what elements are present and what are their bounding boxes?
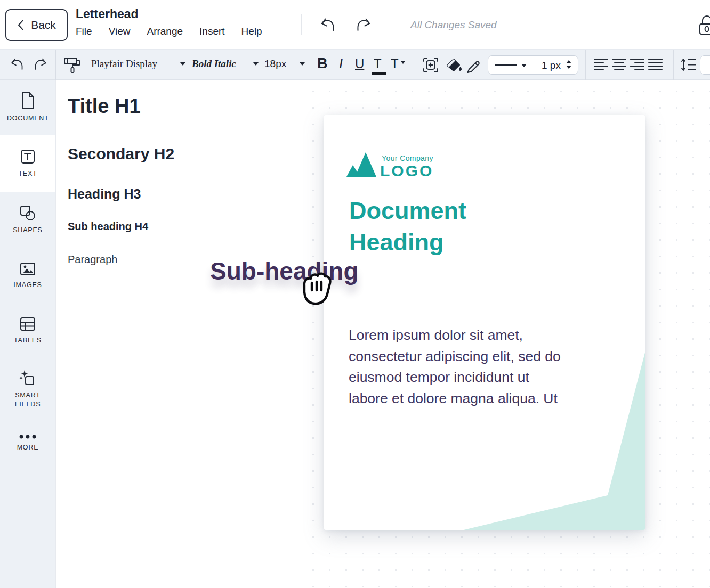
align-center-button[interactable] — [612, 58, 626, 71]
logo-wordmark[interactable]: LOGO — [380, 162, 433, 180]
pencil-icon — [465, 56, 483, 74]
format-toolbar: Playfair Display Bold Italic 18px B I U … — [0, 49, 710, 80]
align-left-button[interactable] — [594, 58, 608, 71]
stroke-width-stepper[interactable] — [566, 60, 571, 69]
chevron-down-icon — [180, 62, 185, 66]
document-heading[interactable]: Document Heading — [349, 195, 466, 258]
format-painter-button[interactable] — [62, 54, 83, 76]
corner-accent-shape[interactable] — [324, 115, 645, 530]
font-size-dropdown[interactable]: 18px — [264, 54, 305, 74]
redo-button-toolbar[interactable] — [31, 56, 49, 72]
style-paragraph[interactable]: Paragraph — [68, 254, 117, 266]
menu-view[interactable]: View — [109, 26, 131, 37]
line-style-dropdown[interactable] — [488, 56, 534, 74]
sidebar-item-document[interactable]: DOCUMENT — [0, 80, 55, 135]
divider — [87, 50, 87, 80]
save-status: All Changes Saved — [410, 19, 497, 31]
undo-button-toolbar[interactable] — [9, 56, 27, 72]
sidebar-item-text[interactable]: TEXT — [0, 135, 55, 192]
bold-button[interactable]: B — [317, 55, 328, 72]
underline-button[interactable]: U — [355, 56, 364, 71]
letterhead-editor: Back Letterhead File View Arrange Insert… — [0, 0, 710, 588]
body-paragraph[interactable]: Lorem ipsum dolor sit amet, consectetur … — [349, 325, 561, 409]
more-dots-icon — [19, 435, 37, 439]
stepper-down-icon — [566, 66, 571, 69]
document-icon — [20, 92, 36, 110]
line-style-preview — [495, 64, 517, 66]
divider — [535, 56, 535, 74]
toolbar-overflow-button[interactable] — [700, 55, 710, 75]
align-right-icon — [630, 58, 644, 71]
table-icon — [19, 316, 36, 332]
stepper-up-icon — [566, 60, 571, 63]
chevron-down-icon — [253, 62, 259, 66]
stroke-width-value: 1 px — [542, 60, 561, 71]
line-spacing-button[interactable] — [681, 58, 697, 72]
sidebar-item-more[interactable]: MORE — [0, 421, 55, 466]
divider — [301, 14, 302, 35]
align-justify-button[interactable] — [648, 58, 663, 71]
position-crop-button[interactable] — [422, 56, 439, 74]
paint-bucket-icon — [444, 56, 463, 74]
menu-bar: File View Arrange Insert Help — [76, 26, 262, 37]
align-center-icon — [612, 58, 626, 71]
sidebar-item-shapes[interactable]: SHAPES — [0, 192, 55, 248]
divider — [673, 50, 674, 80]
lock-icon[interactable] — [698, 14, 710, 36]
text-color-swatch — [372, 72, 386, 75]
logo-mountain-icon[interactable] — [346, 152, 377, 177]
text-styles-panel: Title H1 Secondary H2 Heading H3 Sub hea… — [55, 80, 300, 588]
style-secondary-h2[interactable]: Secondary H2 — [68, 145, 174, 163]
font-family-value: Playfair Display — [91, 58, 157, 70]
sidebar-item-images[interactable]: IMAGES — [0, 248, 55, 304]
align-justify-icon — [648, 58, 663, 71]
sidebar-item-smart-fields[interactable]: SMART FIELDS — [0, 358, 55, 421]
logo-company-name[interactable]: Your Company — [382, 154, 433, 162]
align-right-button[interactable] — [630, 58, 644, 71]
divider — [483, 50, 483, 80]
italic-button[interactable]: I — [338, 55, 343, 72]
menu-arrange[interactable]: Arrange — [147, 26, 183, 37]
smart-fields-icon — [19, 370, 37, 387]
font-style-value: Bold Italic — [192, 58, 236, 70]
text-style-button[interactable]: T — [391, 56, 399, 71]
back-button[interactable]: Back — [5, 9, 68, 41]
font-size-value: 18px — [264, 58, 286, 70]
image-icon — [19, 262, 36, 276]
chevron-left-icon — [17, 19, 25, 31]
style-heading-h3[interactable]: Heading H3 — [68, 186, 141, 202]
chevron-down-icon — [521, 64, 527, 67]
paint-roller-icon — [62, 54, 83, 76]
draw-button[interactable] — [465, 56, 483, 74]
fill-color-button[interactable] — [444, 56, 463, 74]
font-style-dropdown[interactable]: Bold Italic — [192, 54, 259, 74]
back-label: Back — [31, 19, 56, 31]
undo-button[interactable] — [318, 17, 338, 34]
menu-file[interactable]: File — [76, 26, 92, 37]
design-canvas[interactable]: Your Company LOGO Document Heading Lorem… — [300, 80, 710, 588]
font-family-dropdown[interactable]: Playfair Display — [91, 54, 185, 74]
chevron-down-icon — [401, 61, 405, 64]
stroke-settings-group: 1 px — [488, 55, 578, 75]
chevron-down-icon — [300, 62, 305, 66]
element-sidebar: DOCUMENT TEXT SHAPES IMAGES — [0, 80, 55, 588]
menu-insert[interactable]: Insert — [199, 26, 225, 37]
redo-button[interactable] — [353, 17, 373, 34]
shapes-icon — [19, 205, 36, 222]
divider — [585, 50, 586, 80]
letterhead-page[interactable]: Your Company LOGO Document Heading Lorem… — [324, 115, 645, 530]
top-bar: Back Letterhead File View Arrange Insert… — [0, 0, 710, 49]
crop-icon — [422, 56, 439, 74]
line-spacing-icon — [681, 58, 697, 72]
divider — [393, 14, 393, 35]
divider — [55, 50, 56, 80]
align-left-icon — [594, 58, 608, 71]
menu-help[interactable]: Help — [241, 26, 262, 37]
text-color-button[interactable]: T — [374, 56, 382, 71]
document-title: Letterhead — [76, 7, 139, 21]
divider — [415, 50, 415, 80]
dragged-sub-heading[interactable]: Sub-heading — [210, 257, 359, 285]
style-title-h1[interactable]: Title H1 — [68, 95, 141, 118]
style-sub-heading-h4[interactable]: Sub heading H4 — [68, 220, 148, 233]
sidebar-item-tables[interactable]: TABLES — [0, 304, 55, 358]
